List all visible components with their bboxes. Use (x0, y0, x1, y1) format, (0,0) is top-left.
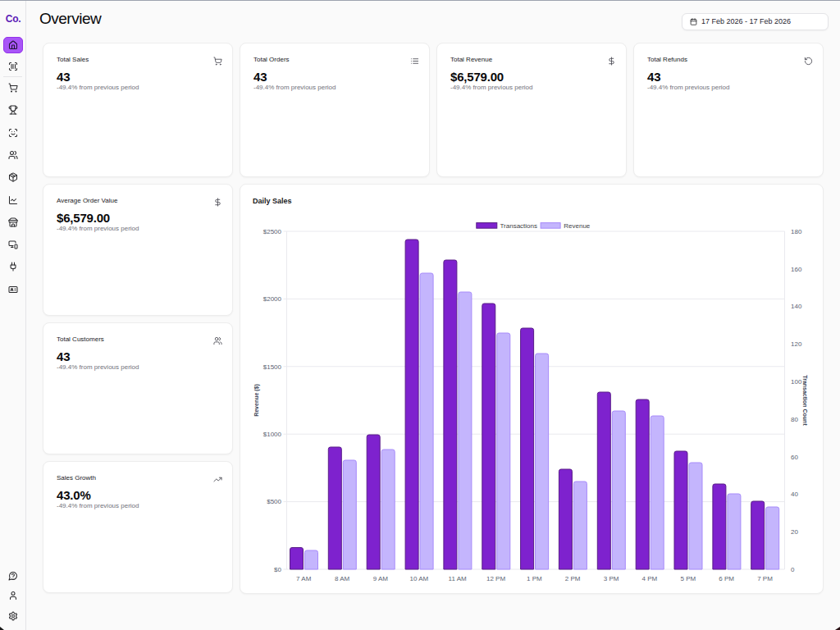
svg-text:140: 140 (791, 303, 802, 310)
svg-text:Transaction Count: Transaction Count (802, 375, 808, 426)
svg-text:10 AM: 10 AM (409, 575, 428, 582)
svg-text:$500: $500 (267, 498, 281, 505)
svg-text:60: 60 (791, 454, 798, 461)
svg-text:$2500: $2500 (263, 228, 282, 235)
svg-text:8 AM: 8 AM (335, 575, 350, 582)
svg-text:Daily Sales: Daily Sales (253, 197, 292, 205)
svg-text:40: 40 (791, 491, 798, 498)
svg-text:9 AM: 9 AM (373, 575, 389, 582)
svg-text:1 PM: 1 PM (527, 575, 542, 582)
svg-text:80: 80 (791, 416, 798, 423)
svg-text:180: 180 (791, 228, 802, 235)
svg-text:$0: $0 (274, 566, 281, 573)
svg-text:2 PM: 2 PM (565, 575, 581, 582)
svg-text:$1500: $1500 (263, 363, 282, 371)
svg-text:7 AM: 7 AM (296, 575, 312, 582)
svg-text:11 AM: 11 AM (449, 575, 467, 582)
svg-text:0: 0 (791, 566, 795, 573)
svg-text:$1000: $1000 (263, 431, 282, 438)
svg-text:4 PM: 4 PM (642, 575, 658, 582)
svg-text:7 PM: 7 PM (757, 575, 773, 582)
svg-text:12 PM: 12 PM (486, 575, 505, 582)
svg-text:Revenue: Revenue (564, 222, 591, 230)
svg-text:5 PM: 5 PM (680, 575, 696, 582)
svg-text:120: 120 (791, 340, 802, 348)
svg-text:Transactions: Transactions (500, 222, 538, 230)
svg-text:160: 160 (791, 266, 802, 273)
svg-text:$2000: $2000 (263, 295, 282, 303)
svg-text:20: 20 (791, 528, 798, 536)
svg-text:3 PM: 3 PM (604, 575, 619, 582)
svg-text:Revenue ($): Revenue ($) (253, 384, 260, 417)
svg-text:100: 100 (791, 378, 802, 386)
svg-text:6 PM: 6 PM (719, 575, 734, 582)
